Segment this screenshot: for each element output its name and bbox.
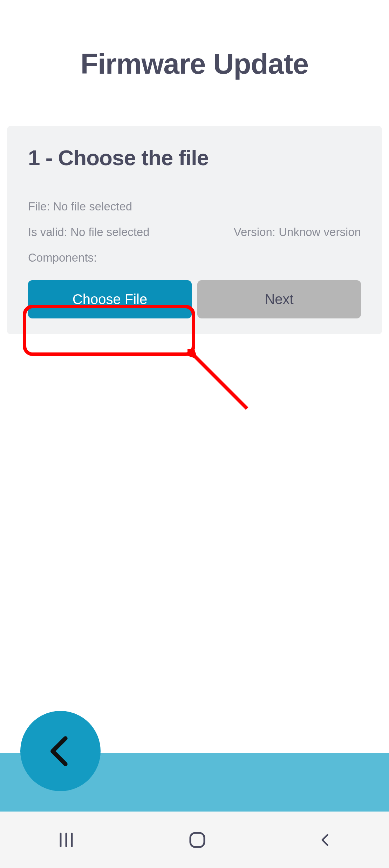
page-title: Firmware Update [0, 0, 389, 80]
system-nav-bar [0, 812, 389, 868]
version-info: Version: Unknow version [234, 226, 361, 239]
components-info: Components: [28, 251, 97, 264]
choose-file-button[interactable]: Choose File [28, 280, 192, 318]
step-card: 1 - Choose the file File: No file select… [7, 126, 382, 334]
back-fab[interactable] [20, 711, 101, 791]
version-label: Version: [234, 226, 275, 238]
annotation-arrow-icon [187, 349, 258, 419]
system-back-button[interactable] [318, 832, 333, 848]
valid-label: Is valid: [28, 226, 67, 238]
next-button[interactable]: Next [197, 280, 361, 318]
file-info: File: No file selected [28, 200, 132, 213]
home-icon [188, 831, 206, 849]
svg-line-0 [195, 357, 247, 409]
system-home-button[interactable] [188, 831, 206, 849]
file-value: No file selected [53, 200, 132, 213]
valid-info: Is valid: No file selected [28, 226, 150, 239]
recents-icon [56, 832, 77, 848]
button-row: Choose File Next [28, 280, 361, 318]
file-label: File: [28, 200, 50, 213]
chevron-left-icon [41, 732, 80, 771]
step-title: 1 - Choose the file [28, 145, 361, 170]
valid-value: No file selected [70, 226, 150, 238]
step-info: File: No file selected Is valid: No file… [28, 200, 361, 264]
svg-rect-4 [190, 833, 204, 847]
version-value: Unknow version [279, 226, 361, 238]
components-label: Components: [28, 251, 97, 264]
back-icon [318, 832, 333, 848]
system-recents-button[interactable] [56, 832, 77, 848]
